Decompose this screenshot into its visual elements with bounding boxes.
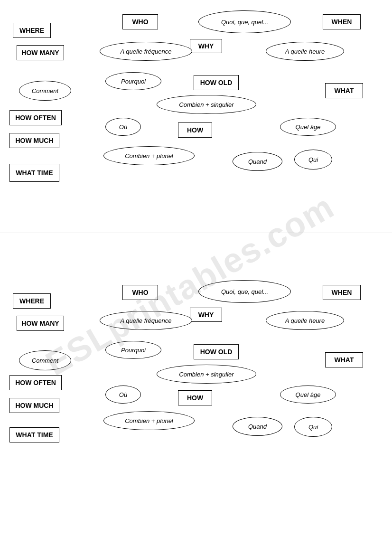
a-quelle-heure-1: A quelle heure: [266, 42, 344, 61]
combien-plur-2: Combien + pluriel: [103, 411, 195, 430]
how-many-1: HOW MANY: [17, 45, 64, 60]
quand-1: Quand: [233, 152, 282, 171]
qui-2: Qui: [294, 417, 332, 437]
where-2: WHERE: [13, 293, 51, 309]
ou-2: Où: [105, 386, 141, 404]
pourquoi-1: Pourquoi: [105, 72, 161, 90]
combien-plur-1: Combien + pluriel: [103, 146, 195, 165]
comment-1: Comment: [19, 81, 71, 101]
a-quelle-frequence-2: A quelle fréquence: [100, 311, 192, 330]
who-1: WHO: [122, 14, 158, 29]
how-1: HOW: [178, 122, 212, 138]
how-much-2: HOW MUCH: [9, 398, 59, 413]
section-divider: [0, 233, 392, 233]
how-many-2: HOW MANY: [17, 316, 64, 331]
ou-1: Où: [105, 118, 141, 136]
when-2: WHEN: [323, 285, 361, 300]
a-quelle-frequence-1: A quelle fréquence: [100, 42, 192, 61]
how-often-1: HOW OFTEN: [9, 110, 62, 125]
a-quelle-heure-2: A quelle heure: [266, 311, 344, 330]
when-1: WHEN: [323, 14, 361, 29]
how-much-1: HOW MUCH: [9, 133, 59, 148]
how-often-2: HOW OFTEN: [9, 375, 62, 390]
where-1: WHERE: [13, 23, 51, 38]
quand-2: Quand: [233, 417, 282, 436]
pourquoi-2: Pourquoi: [105, 341, 161, 359]
quel-age-2: Quel âge: [280, 386, 336, 404]
comment-2: Comment: [19, 350, 71, 370]
worksheet: ESLprintables.com WHEREHOW MANYHOW OFTEN…: [0, 0, 392, 555]
quoi-que-2: Quoi, que, quel...: [198, 280, 291, 303]
how-old-2: HOW OLD: [194, 344, 239, 359]
who-2: WHO: [122, 285, 158, 300]
why-1: WHY: [190, 39, 222, 53]
how-old-1: HOW OLD: [194, 75, 239, 90]
qui-1: Qui: [294, 150, 332, 169]
what-time-2: WHAT TIME: [9, 427, 59, 442]
what-time-1: WHAT TIME: [9, 164, 59, 182]
how-2: HOW: [178, 390, 212, 405]
quel-age-1: Quel âge: [280, 118, 336, 136]
combien-sing-1: Combien + singulier: [157, 95, 256, 114]
why-2: WHY: [190, 308, 222, 322]
what-1: WHAT: [325, 83, 363, 98]
quoi-que-1: Quoi, que, quel...: [198, 10, 291, 33]
combien-sing-2: Combien + singulier: [157, 365, 256, 384]
what-2: WHAT: [325, 352, 363, 367]
